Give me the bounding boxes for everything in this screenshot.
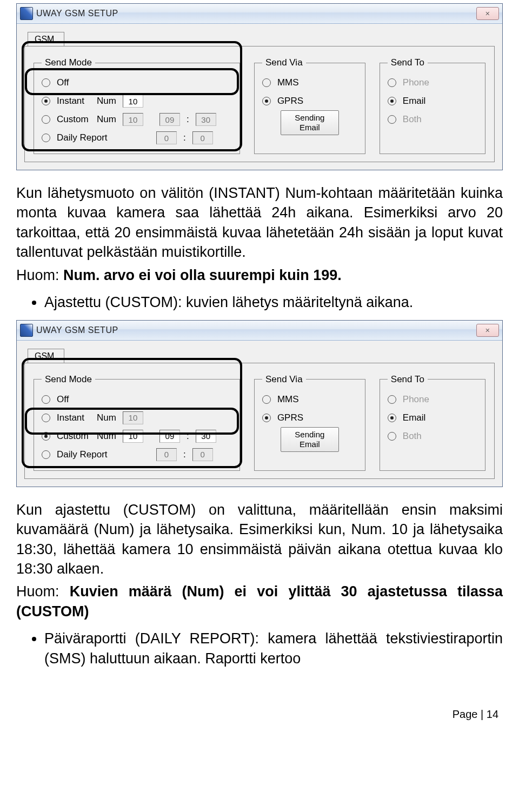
label-instant-num: Num (97, 96, 116, 107)
window-title: UWAY GSM SETUP (36, 325, 118, 335)
radio-custom[interactable] (42, 115, 50, 124)
input-custom-min[interactable]: 30 (196, 430, 216, 443)
input-custom-num: 10 (123, 113, 143, 126)
close-icon[interactable]: ⨉ (476, 324, 499, 337)
window-title: UWAY GSM SETUP (36, 9, 118, 18)
label-instant: Instant (57, 412, 90, 423)
label-daily: Daily Report (57, 132, 127, 143)
label-phone: Phone (403, 77, 429, 88)
tab-gsm[interactable]: GSM (28, 349, 64, 363)
radio-mms[interactable] (262, 78, 271, 87)
label-mms: MMS (277, 77, 299, 88)
input-instant-num[interactable]: 10 (123, 95, 143, 108)
radio-daily[interactable] (42, 450, 50, 459)
label-custom-num: Num (97, 431, 116, 442)
label-gprs: GPRS (277, 96, 303, 107)
radio-off[interactable] (42, 78, 50, 87)
app-icon (20, 7, 33, 20)
label-instant: Instant (57, 96, 90, 107)
label-custom: Custom (57, 114, 90, 125)
page-footer: Page | 14 (0, 692, 519, 737)
sending-email-button[interactable]: Sending Email (281, 427, 339, 452)
group-send-to: Send To Phone Email Both (380, 374, 485, 471)
send-via-legend: Send Via (262, 374, 306, 385)
titlebar: UWAY GSM SETUP ⨉ (17, 4, 502, 24)
paragraph-instant-note: Huom: Num. arvo ei voi olla suurempi kui… (16, 265, 503, 285)
radio-custom[interactable] (42, 432, 50, 441)
uway-dialog-instant: UWAY GSM SETUP ⨉ GSM Send Mode Off (16, 3, 503, 170)
input-custom-hour: 09 (159, 113, 180, 126)
tab-gsm[interactable]: GSM (28, 32, 64, 46)
input-daily-min: 0 (192, 448, 213, 461)
send-mode-legend: Send Mode (42, 57, 95, 68)
close-icon[interactable]: ⨉ (476, 7, 499, 20)
send-to-legend: Send To (388, 374, 428, 385)
radio-mms[interactable] (262, 395, 271, 404)
input-custom-min: 30 (196, 113, 216, 126)
radio-email[interactable] (388, 97, 396, 105)
label-instant-num: Num (97, 412, 116, 423)
label-off: Off (57, 77, 69, 88)
input-custom-hour[interactable]: 09 (159, 430, 180, 443)
group-send-mode: Send Mode Off Instant Num 10 Custom (34, 57, 240, 154)
label-email: Email (403, 96, 426, 107)
paragraph-custom: Kun ajastettu (CUSTOM) on valittuna, mää… (16, 500, 503, 579)
send-mode-legend: Send Mode (42, 374, 95, 385)
group-send-mode: Send Mode Off Instant Num 10 Custom (34, 374, 240, 471)
bullet-custom: Ajastettu (CUSTOM): kuvien lähetys määri… (44, 292, 503, 312)
bullet-daily: Päiväraportti (DAILY REPORT): kamera läh… (44, 629, 503, 668)
uway-dialog-custom: UWAY GSM SETUP ⨉ GSM Send Mode Off Insta… (16, 320, 503, 487)
label-mms: MMS (277, 394, 299, 405)
label-custom-num: Num (97, 114, 116, 125)
group-send-via: Send Via MMS GPRS Sending Email (254, 374, 365, 471)
input-custom-num[interactable]: 10 (123, 430, 143, 443)
paragraph-instant: Kun lähetysmuoto on välitön (INSTANT) Nu… (16, 183, 503, 262)
radio-instant[interactable] (42, 97, 50, 105)
radio-daily[interactable] (42, 134, 50, 142)
radio-phone (388, 395, 396, 404)
radio-email[interactable] (388, 414, 396, 422)
sending-email-button[interactable]: Sending Email (281, 110, 339, 135)
input-daily-min: 0 (192, 131, 213, 144)
input-daily-hour: 0 (156, 448, 177, 461)
send-via-legend: Send Via (262, 57, 306, 68)
paragraph-custom-note: Huom: Kuvien määrä (Num) ei voi ylittää … (16, 582, 503, 621)
label-daily: Daily Report (57, 449, 127, 460)
radio-gprs[interactable] (262, 414, 271, 422)
label-custom: Custom (57, 431, 90, 442)
send-to-legend: Send To (388, 57, 428, 68)
input-daily-hour: 0 (156, 131, 177, 144)
radio-both (388, 115, 396, 124)
radio-instant[interactable] (42, 414, 50, 422)
titlebar: UWAY GSM SETUP ⨉ (17, 321, 502, 341)
radio-both (388, 432, 396, 441)
input-instant-num: 10 (123, 411, 143, 424)
app-icon (20, 324, 33, 337)
label-gprs: GPRS (277, 412, 303, 423)
radio-gprs[interactable] (262, 97, 271, 105)
group-send-via: Send Via MMS GPRS Sending Email (254, 57, 365, 154)
label-off: Off (57, 394, 69, 405)
label-phone: Phone (403, 394, 429, 405)
radio-off[interactable] (42, 395, 50, 404)
radio-phone (388, 78, 396, 87)
label-both: Both (403, 431, 422, 442)
group-send-to: Send To Phone Email Both (380, 57, 485, 154)
label-email: Email (403, 412, 426, 423)
label-both: Both (403, 114, 422, 125)
